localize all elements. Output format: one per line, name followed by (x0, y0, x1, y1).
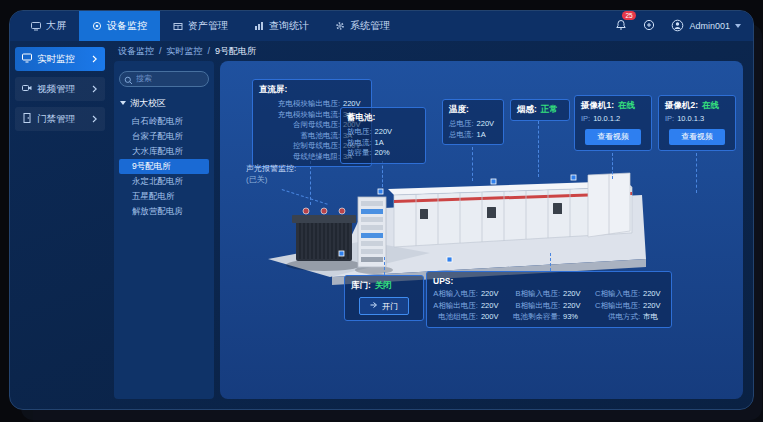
video-camera-icon (22, 83, 32, 95)
metric-label: 供电方式: (595, 312, 640, 323)
metric-value: 220V (481, 301, 503, 312)
panel-title: 摄像机2: (665, 100, 698, 112)
breadcrumb-part[interactable]: 设备监控 (118, 45, 154, 58)
chevron-right-icon (92, 55, 98, 63)
tree-item-substation[interactable]: 解放营配电房 (119, 204, 209, 219)
dashboard-icon (31, 21, 41, 31)
metric-label: A相输出电压: (433, 301, 478, 312)
tree-item-substation-active[interactable]: 9号配电所 (119, 159, 209, 174)
tree-root-campus[interactable]: 湖大校区 (120, 97, 209, 110)
metric-label: 充电模块输出电压: (259, 99, 340, 110)
sidebar-item-realtime-monitor[interactable]: 实时监控 (15, 47, 105, 71)
control-rack (358, 197, 386, 267)
ups-panel: UPS: A相输入电压:220V B相输入电压:220V C相输入电压:220V… (426, 271, 672, 328)
metric-value: 20% (375, 148, 397, 159)
sidebar-item-label: 门禁管理 (37, 113, 75, 126)
chevron-right-icon (92, 85, 98, 93)
panel-title: UPS: (433, 276, 665, 286)
alarm-text: 声光报警监控: (246, 163, 296, 174)
breadcrumb: 设备监控 / 实时监控 / 9号配电所 (110, 41, 753, 61)
status-badge: 关闭 (375, 280, 392, 292)
nav-item-device-monitor[interactable]: 设备监控 (79, 11, 160, 41)
tree-root-label: 湖大校区 (130, 97, 166, 110)
notifications-button[interactable]: 25 (615, 17, 627, 35)
metric-value: 220V (481, 289, 503, 300)
metric-label: 放电压: (347, 127, 372, 138)
metric-value: 93% (563, 312, 585, 323)
view-video-button[interactable]: 查看视频 (669, 129, 725, 145)
panel-title: 库门: (351, 280, 371, 292)
metric-value: 200V (481, 312, 503, 323)
breadcrumb-current: 9号配电所 (215, 45, 256, 58)
nav-item-label: 设备监控 (107, 19, 147, 33)
tree-item-substation[interactable]: 大水库配电所 (119, 144, 209, 159)
metric-label: B相输入电压: (513, 289, 560, 300)
nav-item-dashboard[interactable]: 大屏 (18, 11, 79, 41)
status-badge: 在线 (618, 100, 635, 112)
tree-search (119, 67, 209, 87)
ip-value: 10.0.1.2 (593, 114, 620, 125)
tree-item-substation[interactable]: 永定北配电所 (119, 174, 209, 189)
metric-value: 市电 (643, 312, 665, 323)
user-menu[interactable]: Admin001 (671, 19, 741, 34)
status-badge: 正常 (541, 104, 558, 116)
tree-item-substation[interactable]: 白石岭配电所 (119, 114, 209, 129)
sidebar-item-label: 视频管理 (37, 83, 75, 96)
breadcrumb-part[interactable]: 实时监控 (167, 45, 203, 58)
tree-item-substation[interactable]: 五星配电所 (119, 189, 209, 204)
smoke-sensor-panel: 烟感: 正常 (510, 99, 570, 121)
metric-value: 220V (643, 289, 665, 300)
monitor-icon (22, 53, 32, 65)
metric-label: 电池组电压: (433, 312, 478, 323)
view-video-button[interactable]: 查看视频 (585, 129, 641, 145)
metric-value: 1A (477, 130, 499, 141)
sidebar-item-video-manage[interactable]: 视频管理 (15, 77, 105, 101)
ip-value: 10.0.1.3 (677, 114, 704, 125)
breadcrumb-separator: / (208, 46, 211, 56)
temperature-panel: 温度: 总电压:220V 总电流:1A (442, 99, 504, 145)
top-nav: 大屏 设备监控 资产管理 查询统计 系统管理 25 Admin001 (10, 11, 753, 41)
nav-item-label: 大屏 (46, 19, 66, 33)
caret-down-icon (120, 101, 126, 105)
connector-line (472, 147, 473, 181)
fullscreen-button[interactable] (643, 17, 655, 35)
transformer (292, 208, 356, 261)
open-door-button[interactable]: 开门 (359, 297, 409, 315)
alarm-state: (已关) (246, 174, 296, 185)
connector-line (612, 153, 613, 179)
battery-panel: 蓄电池: 放电压:220V 放电流:1A 放容量:20% (340, 107, 426, 164)
metric-label: B相输出电压: (513, 301, 560, 312)
panel-title: 烟感: (517, 104, 537, 116)
panel-title: 直流屏: (259, 84, 365, 96)
nav-item-system[interactable]: 系统管理 (322, 11, 403, 41)
metric-label: 合闸母线电压: (259, 120, 340, 131)
nav-item-label: 查询统计 (269, 19, 309, 33)
metric-label: 母线绝缘电阻: (259, 152, 340, 163)
panel-title: 温度: (449, 104, 497, 116)
caret-down-icon (735, 24, 741, 28)
metric-label: 控制母线电压: (259, 141, 340, 152)
nav-item-label: 系统管理 (350, 19, 390, 33)
connector-line (696, 153, 697, 193)
sidebar-item-access-control[interactable]: 门禁管理 (15, 107, 105, 131)
connector-line (382, 161, 383, 187)
nav-item-query-stats[interactable]: 查询统计 (241, 11, 322, 41)
status-badge: 在线 (702, 100, 719, 112)
ip-label: IP: (665, 114, 674, 125)
metric-label: 放容量: (347, 148, 372, 159)
connector-line (384, 257, 385, 275)
metric-label: 放电流: (347, 138, 372, 149)
ip-label: IP: (581, 114, 590, 125)
metric-label: 总电压: (449, 119, 474, 130)
door-icon (22, 113, 32, 125)
metric-value: 220V (563, 289, 585, 300)
asset-box-icon (173, 21, 183, 31)
nav-item-assets[interactable]: 资产管理 (160, 11, 241, 41)
tree-item-substation[interactable]: 台家子配电所 (119, 129, 209, 144)
metric-label: 电池剩余容量: (513, 312, 560, 323)
sound-light-alarm-label: 声光报警监控: (已关) (246, 163, 296, 185)
app-window: 大屏 设备监控 资产管理 查询统计 系统管理 25 Admin001 (9, 10, 754, 410)
metric-value: 220V (643, 301, 665, 312)
metric-label: 充电模块输出电流: (259, 110, 340, 121)
open-door-label: 开门 (382, 301, 398, 312)
